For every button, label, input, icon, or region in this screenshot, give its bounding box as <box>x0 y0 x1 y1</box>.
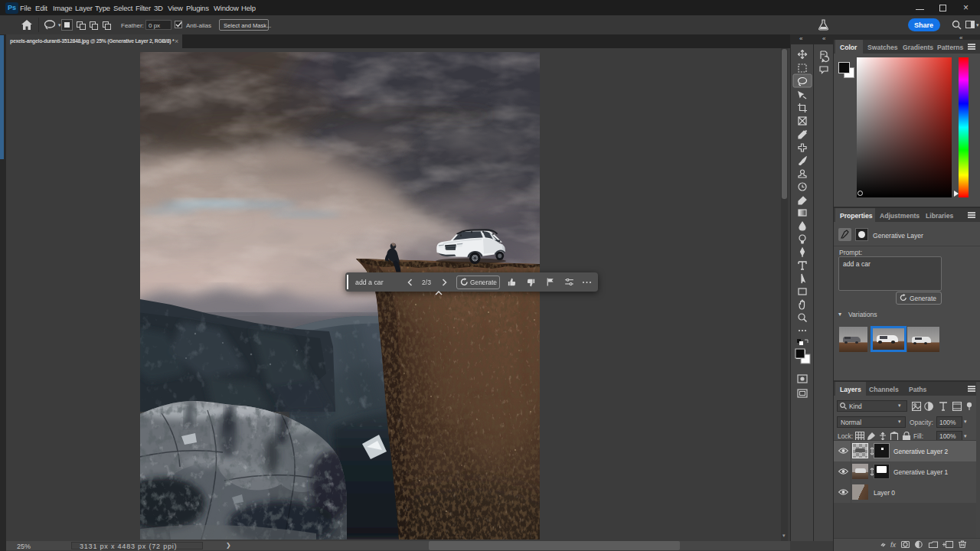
svg-text:fx: fx <box>890 541 897 549</box>
